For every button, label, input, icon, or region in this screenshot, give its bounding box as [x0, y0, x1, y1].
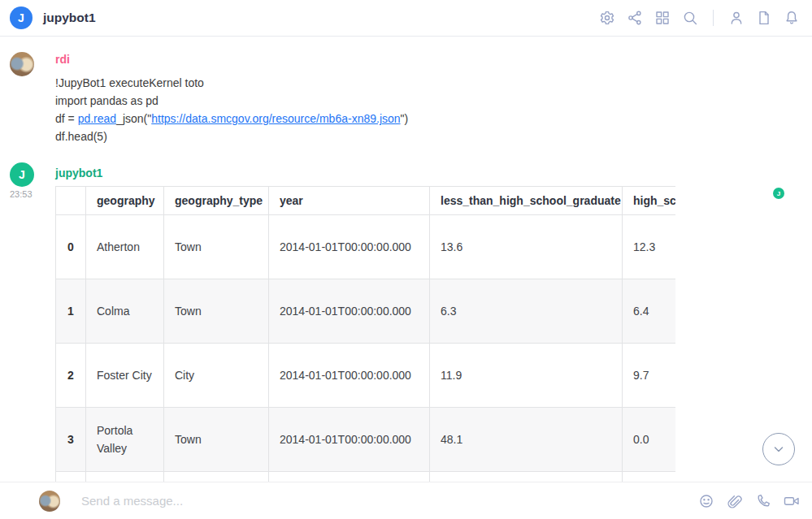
table-cell: 2014-01-01T00:00:00.000	[269, 344, 430, 408]
table-cell: 0	[56, 215, 86, 279]
table-cell: 2	[56, 344, 86, 408]
share-button[interactable]	[626, 9, 644, 27]
table-cell: 48.1	[430, 408, 623, 472]
files-button[interactable]	[755, 9, 773, 27]
column-header: high_sc	[623, 187, 676, 215]
table-cell: 0.0	[623, 408, 676, 472]
table-cell: Town	[164, 408, 269, 472]
header-actions	[598, 9, 801, 27]
column-header: year	[269, 187, 430, 215]
message-line: !JupyBot1 executeKernel toto	[55, 74, 796, 92]
column-header	[56, 187, 86, 215]
table-row: 1 Colma Town 2014-01-01T00:00:00.000 6.3…	[56, 279, 676, 344]
table-cell: Foster City	[86, 344, 164, 408]
table-cell: Atherton	[86, 215, 164, 279]
phone-icon	[755, 493, 771, 509]
notifications-button[interactable]	[783, 9, 801, 27]
table-cell: Colma	[86, 279, 164, 344]
user-icon	[728, 10, 745, 26]
bot-avatar[interactable]: J	[10, 162, 34, 187]
message-composer	[0, 482, 812, 519]
table-cell: 2014-01-01T00:00:00.000	[269, 408, 430, 472]
column-header: less_than_high_school_graduate	[430, 187, 623, 215]
video-call-button[interactable]	[783, 492, 801, 510]
bot-username[interactable]: jupybot1	[55, 166, 102, 180]
table-cell: 11.9	[430, 344, 623, 408]
table-cell: 12.3	[623, 215, 676, 279]
search-icon	[682, 10, 698, 26]
paperclip-icon	[727, 493, 743, 509]
apps-button[interactable]	[654, 9, 671, 27]
table-cell: Town	[164, 215, 269, 279]
message-line: df = pd.read_json("https://data.smcgov.o…	[55, 110, 796, 128]
table-cell: 13.6	[430, 215, 623, 279]
channel-avatar[interactable]: J	[10, 6, 33, 29]
emoji-button[interactable]	[697, 492, 715, 510]
message-input[interactable]	[81, 494, 697, 508]
message-username[interactable]: rdi	[55, 52, 70, 67]
column-header: geography	[86, 187, 164, 215]
attachment-button[interactable]	[726, 492, 744, 510]
channel-header: J jupybot1	[0, 0, 812, 37]
code-text: _json("	[116, 112, 151, 125]
table-cell: 9.7	[623, 344, 676, 408]
table-header-row: geography geography_type year less_than_…	[56, 187, 676, 215]
current-user-avatar[interactable]	[39, 491, 60, 512]
message-line: import pandas as pd	[55, 92, 796, 110]
column-header: geography_type	[164, 187, 269, 215]
table-cell: Town	[164, 279, 269, 344]
table-cell: 1	[56, 279, 86, 344]
bell-icon	[784, 10, 800, 26]
bot-avatar-badge: J	[773, 188, 784, 199]
search-button[interactable]	[681, 9, 699, 27]
message-rdi: rdi !JupyBot1 executeKernel toto import …	[55, 52, 796, 145]
table-cell: Portola Valley	[86, 408, 164, 472]
dataset-url-link[interactable]: https://data.smcgov.org/resource/mb6a-xn…	[151, 112, 400, 125]
table-row: 3 Portola Valley Town 2014-01-01T00:00:0…	[56, 408, 676, 472]
dataframe-table: geography geography_type year less_than_…	[55, 186, 675, 482]
message-list: rdi !JupyBot1 executeKernel toto import …	[0, 37, 812, 482]
table-cell: 3	[56, 408, 86, 472]
grid-icon	[654, 10, 671, 26]
code-text: ")	[401, 112, 409, 125]
table-cell: 6.4	[623, 279, 676, 344]
table-cell: 2014-01-01T00:00:00.000	[269, 279, 430, 344]
chevron-down-icon	[769, 439, 788, 459]
call-button[interactable]	[754, 492, 772, 510]
table-row: 0 Atherton Town 2014-01-01T00:00:00.000 …	[56, 215, 676, 279]
table-row: 2 Foster City City 2014-01-01T00:00:00.0…	[56, 344, 676, 408]
members-button[interactable]	[727, 9, 745, 27]
emoji-icon	[698, 493, 714, 509]
table-cell: 6.3	[430, 279, 623, 344]
user-avatar-rdi[interactable]	[10, 52, 34, 76]
message-line: df.head(5)	[55, 128, 796, 145]
pd-read-link[interactable]: pd.read	[78, 112, 116, 125]
video-camera-icon	[783, 493, 801, 509]
table-cell: City	[164, 344, 269, 408]
share-icon	[627, 10, 643, 26]
header-divider	[713, 10, 714, 26]
message-timestamp: 23:53	[10, 189, 33, 199]
dataframe-table-container[interactable]: geography geography_type year less_than_…	[55, 186, 675, 482]
scroll-to-bottom-button[interactable]	[762, 433, 795, 465]
gear-icon	[599, 10, 615, 26]
composer-actions	[697, 492, 801, 510]
settings-button[interactable]	[598, 9, 616, 27]
table-row-clipped	[56, 472, 676, 482]
channel-title: jupybot1	[43, 11, 96, 25]
table-cell: 2014-01-01T00:00:00.000	[269, 215, 430, 279]
code-text: df =	[55, 112, 78, 125]
message-body: !JupyBot1 executeKernel toto import pand…	[55, 74, 796, 145]
document-icon	[756, 10, 772, 26]
